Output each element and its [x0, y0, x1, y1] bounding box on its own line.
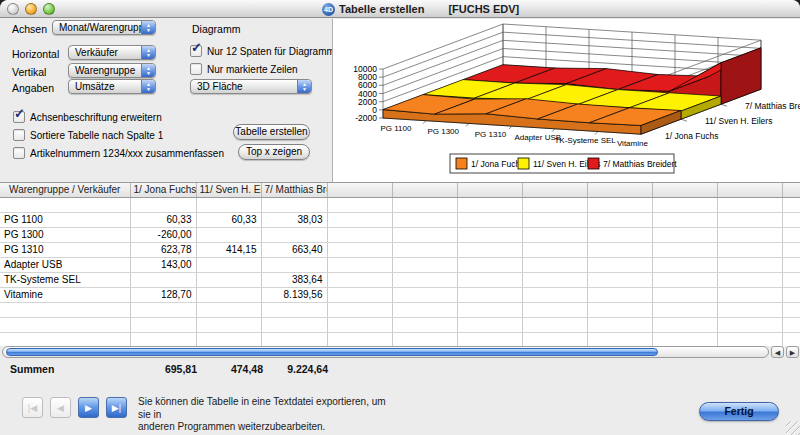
zoom-window-icon[interactable]	[43, 3, 55, 15]
table-cell[interactable]	[392, 257, 457, 272]
table-cell[interactable]	[392, 317, 457, 332]
table-cell[interactable]	[130, 272, 196, 287]
scroll-right-icon[interactable]: ▶	[786, 346, 799, 358]
chart-type-select[interactable]: 3D Fläche ▲▼	[190, 79, 312, 94]
table-cell[interactable]	[457, 272, 522, 287]
table-cell[interactable]	[327, 317, 392, 332]
table-cell[interactable]	[587, 317, 652, 332]
table-row[interactable]	[0, 332, 800, 346]
table-cell[interactable]	[522, 197, 587, 212]
sort-table-checkbox[interactable]: ✓ Sortiere Tabelle nach Spalte 1	[13, 129, 163, 141]
axis-labels-checkbox[interactable]: ✓ Achsenbeschriftung erweitern	[13, 111, 162, 123]
table-cell[interactable]	[457, 212, 522, 227]
table-cell[interactable]	[457, 227, 522, 242]
table-cell[interactable]	[782, 287, 800, 302]
table-cell[interactable]	[0, 317, 130, 332]
table-cell[interactable]	[717, 272, 782, 287]
table-cell[interactable]	[392, 302, 457, 317]
table-cell[interactable]	[782, 257, 800, 272]
table-cell[interactable]	[782, 302, 800, 317]
column-header[interactable]	[522, 183, 587, 197]
table-cell[interactable]	[457, 242, 522, 257]
table-cell[interactable]: 60,33	[130, 212, 196, 227]
table-cell[interactable]	[782, 272, 800, 287]
table-cell[interactable]	[652, 212, 717, 227]
table-cell[interactable]	[392, 197, 457, 212]
table-cell[interactable]	[261, 302, 327, 317]
done-button[interactable]: Fertig	[699, 402, 779, 421]
column-header[interactable]	[717, 183, 782, 197]
table-cell[interactable]	[717, 332, 782, 346]
table-cell[interactable]	[196, 302, 261, 317]
artikelnummern-checkbox[interactable]: ✓ Artikelnummern 1234/xxx zusammenfassen	[13, 147, 224, 159]
only-12-columns-checkbox[interactable]: ✓ Nur 12 Spaten für Diagramm	[190, 45, 335, 57]
table-cell[interactable]	[782, 317, 800, 332]
table-cell[interactable]	[130, 317, 196, 332]
table-row[interactable]: TK-Systeme SEL383,64	[0, 272, 800, 287]
table-cell[interactable]	[522, 287, 587, 302]
table-cell[interactable]	[0, 332, 130, 346]
table-cell[interactable]: TK-Systeme SEL	[0, 272, 130, 287]
column-header[interactable]	[587, 183, 652, 197]
table-cell[interactable]	[130, 332, 196, 346]
table-cell[interactable]	[717, 197, 782, 212]
table-cell[interactable]	[327, 257, 392, 272]
next-record-button[interactable]: ▶	[78, 397, 99, 418]
table-cell[interactable]	[457, 332, 522, 346]
angaben-select[interactable]: Umsätze ▲▼	[68, 79, 156, 94]
table-cell[interactable]	[261, 332, 327, 346]
scrollbar-track[interactable]	[2, 346, 769, 358]
first-record-button[interactable]: |◀	[22, 397, 43, 418]
table-cell[interactable]	[522, 272, 587, 287]
table-row[interactable]: Vitamine128,708.139,56	[0, 287, 800, 302]
table-cell[interactable]	[652, 302, 717, 317]
table-cell[interactable]	[587, 227, 652, 242]
table-cell[interactable]	[327, 332, 392, 346]
table-cell[interactable]	[327, 302, 392, 317]
table-cell[interactable]	[522, 212, 587, 227]
table-cell[interactable]	[261, 257, 327, 272]
table-cell[interactable]: 60,33	[196, 212, 261, 227]
table-row[interactable]: Adapter USB143,00	[0, 257, 800, 272]
table-cell[interactable]	[782, 242, 800, 257]
table-cell[interactable]	[196, 272, 261, 287]
vertical-select[interactable]: Warengruppe ▲▼	[68, 63, 156, 78]
column-header[interactable]	[782, 183, 800, 197]
table-cell[interactable]	[652, 317, 717, 332]
table-cell[interactable]	[0, 302, 130, 317]
table-cell[interactable]	[782, 197, 800, 212]
table-cell[interactable]	[652, 197, 717, 212]
table-cell[interactable]	[652, 332, 717, 346]
table-cell[interactable]	[717, 257, 782, 272]
table-cell[interactable]	[196, 227, 261, 242]
table-cell[interactable]: Adapter USB	[0, 257, 130, 272]
table-cell[interactable]	[587, 302, 652, 317]
table-cell[interactable]	[457, 302, 522, 317]
marked-rows-checkbox[interactable]: ✓ Nur markierte Zeilen	[190, 63, 298, 75]
column-header[interactable]: 1/ Jona Fuchs	[130, 183, 196, 197]
table-cell[interactable]	[327, 287, 392, 302]
table-cell[interactable]: 38,03	[261, 212, 327, 227]
table-cell[interactable]: 128,70	[130, 287, 196, 302]
column-header[interactable]	[392, 183, 457, 197]
table-cell[interactable]: 143,00	[130, 257, 196, 272]
table-cell[interactable]	[782, 227, 800, 242]
column-header[interactable]: 11/ Sven H. Eilers	[196, 183, 261, 197]
table-cell[interactable]	[392, 332, 457, 346]
table-cell[interactable]	[782, 332, 800, 346]
table-cell[interactable]	[652, 242, 717, 257]
table-cell[interactable]	[392, 212, 457, 227]
table-cell[interactable]: 663,40	[261, 242, 327, 257]
table-row[interactable]	[0, 302, 800, 317]
table-cell[interactable]	[652, 227, 717, 242]
table-cell[interactable]	[587, 242, 652, 257]
column-header[interactable]	[457, 183, 522, 197]
table-cell[interactable]	[522, 302, 587, 317]
table-cell[interactable]: 623,78	[130, 242, 196, 257]
table-cell[interactable]	[717, 242, 782, 257]
table-cell[interactable]	[196, 287, 261, 302]
table-cell[interactable]: PG 1300	[0, 227, 130, 242]
table-cell[interactable]	[717, 227, 782, 242]
horizontal-scrollbar[interactable]: ◀ ▶	[0, 345, 800, 360]
table-cell[interactable]	[327, 212, 392, 227]
